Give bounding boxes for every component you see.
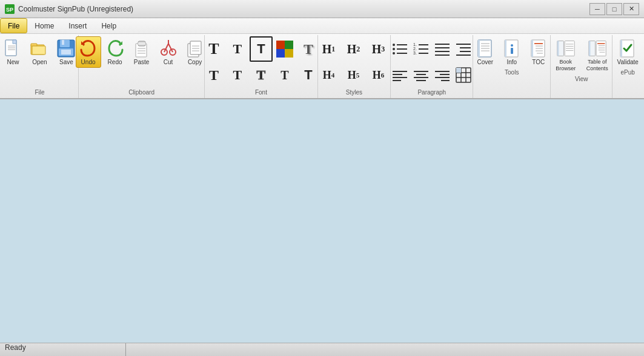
cut-label: Cut <box>164 59 173 65</box>
svg-rect-36 <box>285 49 293 58</box>
window-controls: ─ □ ✕ <box>589 3 639 15</box>
open-label: Open <box>32 59 47 65</box>
ribbon-clipboard-buttons: Undo Redo <box>76 36 208 88</box>
font-t7-button[interactable]: T <box>250 62 273 88</box>
font-t4-button[interactable]: T <box>297 36 320 62</box>
ribbon-group-view: BookBrowser Table ofContent <box>551 35 612 98</box>
svg-point-38 <box>393 48 395 50</box>
menu-file[interactable]: File <box>0 18 27 33</box>
ribbon-group-epub: Validate ePub <box>612 35 643 98</box>
app-icon: SP <box>5 4 15 14</box>
bullet-list-button[interactable] <box>390 36 410 62</box>
paste-button[interactable]: Paste <box>129 36 154 68</box>
titlebar: SP Coolmuster SignPub (Unregistered) ─ □… <box>0 0 644 18</box>
status-text: Ready <box>5 343 26 351</box>
main-content <box>0 99 644 351</box>
info-button[interactable]: Info <box>499 36 525 68</box>
h4-button[interactable]: H4 <box>317 62 340 88</box>
svg-rect-74 <box>456 68 461 73</box>
ribbon-group-styles: H1 H2 H3 H4 H5 H6 Styles <box>318 35 391 98</box>
h6-button[interactable]: H6 <box>367 62 390 88</box>
svg-rect-9 <box>32 46 45 54</box>
font-group-label: Font <box>255 89 267 97</box>
svg-rect-33 <box>276 41 285 49</box>
validate-button[interactable]: Validate <box>614 36 642 68</box>
ribbon-group-paragraph: 1. 2. 3. <box>391 35 473 98</box>
align-right-button[interactable] <box>432 62 453 88</box>
new-label: New <box>7 59 19 65</box>
svg-rect-102 <box>596 41 606 56</box>
maximize-button[interactable]: □ <box>606 3 622 15</box>
ribbon-file-buttons: New Open <box>0 36 79 88</box>
redo-button[interactable]: Redo <box>102 36 128 68</box>
svg-rect-29 <box>190 41 201 54</box>
h2-button[interactable]: H2 <box>342 36 365 62</box>
validate-label: Validate <box>617 59 639 65</box>
ribbon: New Open <box>0 34 644 99</box>
font-t3-button[interactable]: T <box>250 36 273 62</box>
undo-button[interactable]: Undo <box>76 36 101 68</box>
svg-point-37 <box>393 44 395 46</box>
book-browser-button[interactable]: BookBrowser <box>551 36 581 74</box>
h3-button[interactable]: H3 <box>367 36 390 62</box>
new-icon <box>3 39 22 58</box>
undo-icon <box>79 39 98 58</box>
svg-rect-14 <box>61 50 71 54</box>
table-insert-button[interactable] <box>453 62 474 88</box>
h5-button[interactable]: H5 <box>342 62 365 88</box>
align-left-button[interactable] <box>390 62 410 88</box>
svg-point-84 <box>511 44 513 47</box>
svg-rect-19 <box>138 42 145 45</box>
undo-label: Undo <box>81 59 96 65</box>
font-t1-button[interactable]: T <box>202 36 225 62</box>
svg-rect-8 <box>31 44 37 46</box>
svg-rect-83 <box>505 40 506 57</box>
open-icon <box>30 39 49 58</box>
font-t8-button[interactable]: T <box>273 62 296 88</box>
table-of-contents-icon <box>588 39 607 58</box>
font-t6-button[interactable]: T <box>226 62 249 88</box>
table-of-contents-button[interactable]: Table ofContents <box>582 36 612 74</box>
cut-button[interactable]: Cut <box>156 36 181 68</box>
svg-rect-108 <box>620 40 634 57</box>
view-group-label: View <box>575 76 588 84</box>
svg-rect-34 <box>285 41 293 49</box>
h1-button[interactable]: H1 <box>317 36 340 62</box>
close-button[interactable]: ✕ <box>623 3 639 15</box>
font-t5-button[interactable]: T <box>202 62 225 88</box>
menu-home[interactable]: Home <box>27 18 61 33</box>
indent-decrease-button[interactable] <box>432 36 453 62</box>
font-color-button[interactable] <box>273 36 296 62</box>
ribbon-group-file: New Open <box>1 35 79 98</box>
menubar: File Home Insert Help <box>0 18 644 34</box>
open-button[interactable]: Open <box>27 36 52 68</box>
statusbar-divider: Ready <box>5 343 126 351</box>
cover-button[interactable]: Cover <box>473 36 498 68</box>
font-t2-button[interactable]: T <box>226 36 249 62</box>
epub-group-label: ePub <box>621 69 635 77</box>
svg-rect-85 <box>511 48 513 54</box>
align-center-button[interactable] <box>411 62 431 88</box>
window-title: Coolmuster SignPub (Unregistered) <box>18 5 589 13</box>
svg-rect-94 <box>557 41 559 56</box>
toc-icon <box>529 39 548 58</box>
cover-label: Cover <box>477 59 493 65</box>
svg-rect-11 <box>60 40 70 47</box>
new-button[interactable]: New <box>0 36 25 68</box>
indent-increase-button[interactable] <box>453 36 474 62</box>
svg-text:3.: 3. <box>413 51 417 55</box>
tools-group-label: Tools <box>505 69 519 77</box>
menu-help[interactable]: Help <box>94 18 124 33</box>
file-group-label: File <box>35 89 44 97</box>
ribbon-group-clipboard: Undo Redo <box>79 35 205 98</box>
menu-insert[interactable]: Insert <box>61 18 94 33</box>
minimize-button[interactable]: ─ <box>589 3 605 15</box>
save-icon <box>56 39 76 58</box>
toc-button[interactable]: TOC <box>526 36 551 68</box>
clipboard-group-label: Clipboard <box>128 89 154 97</box>
paragraph-group-label: Paragraph <box>417 89 446 97</box>
numbered-list-button[interactable]: 1. 2. 3. <box>411 36 431 62</box>
svg-rect-109 <box>620 40 622 57</box>
font-t9-button[interactable]: T <box>297 62 320 88</box>
copy-label: Copy <box>188 59 202 65</box>
